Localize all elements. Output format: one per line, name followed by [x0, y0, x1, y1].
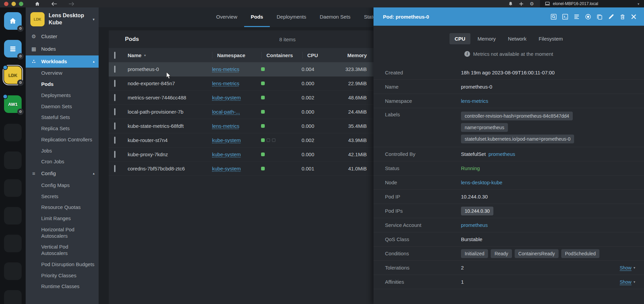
sidebar-item-workloads[interactable]: ∴Workloads▴ — [26, 55, 99, 68]
sidebar-item-label: Pods — [41, 81, 54, 88]
sidebar-item-priority-classes[interactable]: Priority Classes — [26, 270, 99, 281]
namespace-link[interactable]: kube-system — [212, 151, 241, 157]
tab-daemon-sets[interactable]: Daemon Sets — [313, 7, 357, 27]
table-row[interactable]: coredns-7bf57bcbd8-ztc6kube-system0.0014… — [109, 162, 373, 176]
show-toggle-link[interactable]: Show — [620, 265, 632, 271]
cluster-switcher[interactable]: LDK Lens Desktop Kube ▾ — [26, 7, 99, 30]
close-icon[interactable] — [631, 14, 637, 20]
window-close-button[interactable] — [4, 2, 8, 6]
sidebar-item-jobs[interactable]: Jobs — [26, 145, 99, 157]
sidebar-item-secrets[interactable]: Secrets — [26, 191, 99, 202]
row-checkbox[interactable] — [114, 122, 115, 130]
pod-attach-icon[interactable] — [550, 14, 557, 20]
sidebar-item-overview[interactable]: Overview — [26, 68, 99, 79]
column-header-cpu[interactable]: CPU — [307, 52, 341, 58]
host-menu[interactable]: elonel-MBP16-2017.local ▾ — [540, 0, 644, 7]
gear-badge-icon[interactable]: ⚙ — [17, 25, 24, 32]
home-button[interactable] — [35, 1, 40, 6]
table-row[interactable]: kube-proxy-7kdnzkube-system0.00042.1MiB — [109, 147, 373, 162]
rail-item-catalog[interactable]: ⚙ — [4, 40, 22, 57]
value-link[interactable]: lens-metrics — [461, 98, 488, 104]
row-checkbox[interactable] — [114, 94, 115, 101]
namespace-link[interactable]: lens-metrics — [212, 80, 239, 86]
namespace-link[interactable]: lens-metrics — [212, 66, 239, 72]
gear-badge-icon[interactable]: ⚙ — [17, 109, 24, 115]
table-row[interactable]: kube-router-st7n4kube-system0.00243.9MiB — [109, 133, 373, 147]
value-link[interactable]: lens-desktop-kube — [461, 180, 503, 185]
namespace-link[interactable]: local-path-... — [212, 109, 240, 115]
pod-logs-icon[interactable] — [573, 14, 580, 20]
metric-tab-cpu[interactable]: CPU — [449, 33, 470, 44]
metric-tab-memory[interactable]: Memory — [472, 33, 501, 44]
back-button[interactable] — [51, 2, 57, 6]
sidebar-item-label: Replication Controllers — [41, 137, 92, 143]
metric-tab-network[interactable]: Network — [503, 33, 532, 44]
tab-overview[interactable]: Overview — [209, 7, 244, 27]
sidebar-item-nodes[interactable]: ▦Nodes — [26, 43, 99, 55]
containers-cell — [261, 167, 302, 170]
rail-placeholder — [4, 179, 22, 197]
notifications-icon[interactable] — [508, 1, 513, 6]
rail-item-ldk[interactable]: LDK⚙ — [4, 66, 22, 84]
pod-shell-icon[interactable] — [562, 14, 568, 20]
sidebar-item-daemon-sets[interactable]: Daemon Sets — [26, 101, 99, 112]
forward-button[interactable] — [69, 2, 74, 6]
table-row[interactable]: local-path-provisioner-7blocal-path-...0… — [109, 105, 373, 119]
value-link[interactable]: prometheus — [488, 151, 515, 157]
sidebar-item-stateful-sets[interactable]: Stateful Sets — [26, 112, 99, 123]
value-chip: Ready — [491, 249, 512, 258]
rail-item-home[interactable]: ⚙ — [4, 12, 22, 30]
table-row[interactable]: kube-state-metrics-68fdftlens-metrics0.0… — [109, 119, 373, 133]
value-link[interactable]: prometheus — [461, 222, 488, 228]
column-header-memory[interactable]: Memory — [341, 52, 367, 58]
sidebar-item-replica-sets[interactable]: Replica Sets — [26, 123, 99, 134]
namespace-link[interactable]: kube-system — [212, 166, 241, 171]
table-row[interactable]: metrics-server-7446cc488kube-system0.002… — [109, 91, 373, 105]
row-checkbox[interactable] — [114, 108, 115, 115]
column-header-namespace[interactable]: Namespace — [217, 52, 261, 58]
sidebar-item-horizontal-pod-autoscalers[interactable]: Horizontal Pod Autoscalers — [26, 224, 99, 242]
sidebar-item-cron-jobs[interactable]: Cron Jobs — [26, 156, 99, 167]
row-checkbox[interactable] — [114, 66, 115, 73]
gear-badge-icon[interactable]: ⚙ — [17, 79, 24, 86]
sidebar-item-config-maps[interactable]: Config Maps — [26, 180, 99, 191]
namespace-link[interactable]: kube-system — [212, 95, 241, 100]
sidebar-item-replication-controllers[interactable]: Replication Controllers — [26, 134, 99, 145]
copy-icon[interactable] — [596, 14, 603, 20]
sidebar-item-cluster[interactable]: ⚙Cluster — [26, 30, 99, 43]
sidebar-item-resource-quotas[interactable]: Resource Quotas — [26, 202, 99, 213]
edit-icon[interactable] — [608, 14, 614, 20]
table-row[interactable]: prometheus-0lens-metrics0.004323.3MiB — [109, 62, 373, 76]
row-checkbox[interactable] — [114, 137, 115, 144]
metric-tab-filesystem[interactable]: Filesystem — [534, 33, 568, 44]
settings-icon[interactable]: ⚙ — [530, 1, 534, 6]
table-row[interactable]: node-exporter-845n7lens-metrics0.00022.9… — [109, 76, 373, 91]
row-checkbox[interactable] — [114, 80, 115, 87]
window-zoom-button[interactable] — [19, 2, 23, 6]
rail-item-aw1[interactable]: AW1⚙ — [4, 95, 22, 113]
column-header-name[interactable]: Name▾ — [128, 52, 212, 58]
namespace-link[interactable]: kube-system — [212, 137, 241, 143]
sidebar-item-pods[interactable]: Pods — [26, 79, 99, 90]
row-checkbox[interactable] — [114, 151, 115, 158]
sidebar-item-deployments[interactable]: Deployments — [26, 90, 99, 101]
show-toggle-link[interactable]: Show — [620, 279, 632, 285]
gear-badge-icon[interactable]: ⚙ — [17, 53, 24, 60]
sidebar-item-vertical-pod-autoscalers[interactable]: Vertical Pod Autoscalers — [26, 241, 99, 259]
delete-icon[interactable] — [619, 14, 626, 20]
row-checkbox[interactable] — [114, 165, 115, 172]
sidebar-item-config[interactable]: ≡Config▴ — [26, 167, 99, 180]
namespace-link[interactable]: lens-metrics — [212, 123, 239, 129]
tab-pods[interactable]: Pods — [244, 7, 270, 27]
detail-value: StatefulSetprometheus — [461, 151, 515, 157]
window-minimize-button[interactable] — [11, 2, 16, 6]
sidebar-item-limit-ranges[interactable]: Limit Ranges — [26, 213, 99, 224]
pod-evict-icon[interactable] — [585, 14, 591, 20]
sidebar-item-runtime-classes[interactable]: Runtime Classes — [26, 281, 99, 292]
select-all-checkbox[interactable] — [114, 52, 115, 59]
tab-deployments[interactable]: Deployments — [270, 7, 313, 27]
pod-name: coredns-7bf57bcbd8-ztc6 — [128, 166, 212, 171]
sidebar-item-pod-disruption-budgets[interactable]: Pod Disruption Budgets — [26, 259, 99, 270]
column-header-containers[interactable]: Containers — [266, 52, 302, 58]
add-icon[interactable] — [519, 2, 523, 6]
